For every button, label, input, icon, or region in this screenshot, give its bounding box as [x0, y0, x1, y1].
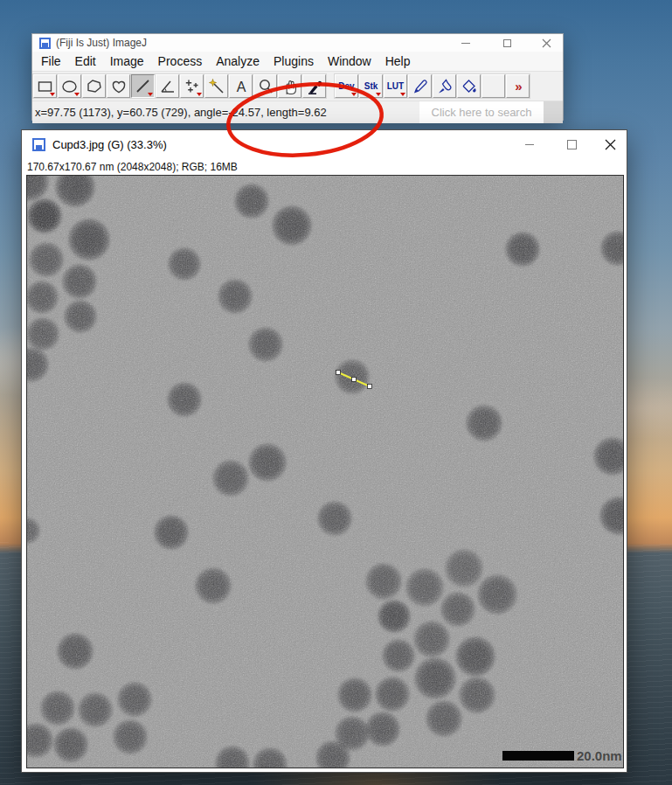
minimize-button[interactable] — [516, 130, 543, 159]
nanoparticle — [272, 205, 312, 246]
menu-help[interactable]: Help — [378, 52, 418, 71]
minimize-icon — [525, 144, 534, 145]
nanoparticle — [26, 317, 59, 351]
wand-tool[interactable] — [204, 74, 228, 98]
oval-tool[interactable] — [58, 74, 81, 98]
image-window-titlebar[interactable]: Cupd3.jpg (G) (33.3%) — [22, 130, 627, 159]
nanoparticle — [414, 657, 456, 699]
lut-menu-tool[interactable]: LUT — [384, 74, 407, 98]
close-button[interactable] — [597, 130, 623, 159]
dropdown-triangle-icon — [376, 93, 381, 96]
imagej-icon — [39, 38, 51, 49]
polygon-icon — [86, 78, 103, 95]
scale-bar — [502, 751, 574, 761]
text-tool[interactable]: A — [229, 74, 253, 98]
dropdown-triangle-icon — [74, 93, 80, 96]
nanoparticle — [78, 692, 113, 727]
spare-tool-slot[interactable] — [481, 74, 505, 98]
angle-icon — [159, 78, 177, 95]
zoom-tool[interactable] — [253, 74, 277, 98]
tem-micrograph-canvas[interactable]: 20.0nm — [26, 175, 624, 768]
wand-icon — [208, 78, 225, 95]
image-info-text: 170.67x170.67 nm (2048x2048); RGB; 16MB — [22, 161, 238, 173]
zoom-icon — [257, 78, 274, 95]
line-tool[interactable] — [131, 74, 155, 98]
nanoparticle — [375, 677, 410, 712]
menu-window[interactable]: Window — [321, 52, 378, 71]
nanoparticle — [53, 727, 88, 762]
hand-icon — [281, 78, 299, 95]
image-window-title: Cupd3.jpg (G) (33.3%) — [52, 138, 167, 151]
maximize-button[interactable] — [497, 34, 516, 52]
nanoparticle — [445, 549, 483, 587]
freehand-icon — [110, 78, 128, 95]
more-tools[interactable]: » — [506, 74, 530, 98]
nanoparticle — [234, 184, 269, 219]
close-icon — [605, 139, 616, 150]
nanoparticle — [154, 515, 189, 550]
more-tools-label: » — [515, 79, 520, 94]
nanoparticle — [455, 636, 495, 677]
close-button[interactable] — [537, 34, 556, 52]
menu-image[interactable]: Image — [103, 52, 151, 71]
search-input[interactable]: Click here to search — [419, 101, 544, 123]
nanoparticle — [335, 359, 370, 394]
nanoparticle — [26, 723, 53, 758]
nanoparticle — [382, 639, 415, 672]
flood-fill-tool[interactable] — [457, 74, 481, 98]
menu-process[interactable]: Process — [151, 52, 210, 71]
dropdown-triangle-icon — [351, 93, 357, 96]
image-window: Cupd3.jpg (G) (33.3%) 170.67x170.67 nm (… — [21, 129, 627, 773]
nanoparticle — [26, 281, 59, 314]
nanoparticle — [365, 563, 402, 600]
nanoparticle — [62, 264, 97, 299]
nanoparticle — [27, 198, 62, 233]
stk-menu-tool[interactable]: Stk — [359, 74, 383, 98]
nanoparticle — [337, 677, 372, 712]
nanoparticle — [505, 232, 540, 267]
paintbrush-tool[interactable] — [433, 74, 456, 98]
pencil-tool[interactable] — [408, 74, 432, 98]
film-grain-overlay — [27, 176, 623, 768]
menu-edit[interactable]: Edit — [68, 52, 103, 71]
measurement-line-roi[interactable] — [27, 176, 623, 768]
nanoparticle — [477, 574, 517, 615]
nanoparticle — [248, 327, 283, 362]
nanoparticle — [195, 567, 232, 604]
status-text: x=97.75 (1173), y=60.75 (729), angle=-24… — [32, 106, 419, 119]
paintbrush-icon — [436, 78, 454, 95]
freehand-tool[interactable] — [107, 74, 130, 98]
polygon-tool[interactable] — [82, 74, 106, 98]
dropdown-triangle-icon — [50, 93, 55, 96]
nanoparticle — [413, 621, 450, 657]
rectangle-tool[interactable] — [33, 74, 57, 98]
nanoparticle — [440, 592, 475, 627]
dropdown-triangle-icon — [148, 93, 153, 96]
nanoparticle — [600, 231, 624, 266]
nanoparticle — [426, 700, 462, 737]
hand-tool[interactable] — [278, 74, 301, 98]
nanoparticle — [168, 247, 201, 281]
nanoparticle — [113, 719, 148, 754]
menu-plugins[interactable]: Plugins — [267, 52, 321, 71]
menu-file[interactable]: File — [34, 52, 68, 71]
image-info-bar: 170.67x170.67 nm (2048x2048); RGB; 16MB — [22, 159, 627, 174]
nanoparticle — [57, 633, 94, 670]
roi-handle-end[interactable] — [368, 385, 372, 389]
nanoparticle — [68, 219, 110, 261]
dev-menu-tool[interactable]: Dev — [335, 74, 358, 98]
color-picker-tool[interactable] — [302, 74, 326, 98]
point-tool[interactable] — [180, 74, 204, 98]
search-grip[interactable] — [544, 101, 563, 123]
minimize-button[interactable] — [456, 34, 475, 52]
flood-fill-icon — [461, 78, 478, 95]
maximize-button[interactable] — [558, 130, 585, 159]
fiji-titlebar[interactable]: (Fiji Is Just) ImageJ — [32, 34, 563, 52]
nanoparticle — [167, 382, 202, 417]
angle-tool[interactable] — [156, 74, 179, 98]
nanoparticle — [365, 712, 400, 747]
nanoparticle — [40, 691, 75, 726]
stk-menu-tool-label: Stk — [364, 82, 378, 91]
nanoparticle — [55, 175, 95, 207]
menu-analyze[interactable]: Analyze — [209, 52, 267, 71]
